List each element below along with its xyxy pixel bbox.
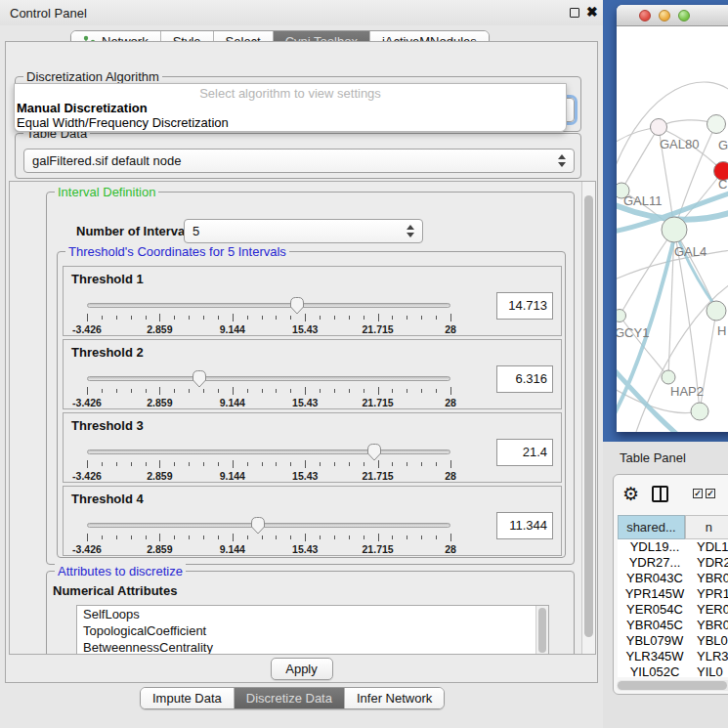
interval-definition-title: Interval Definition	[55, 185, 158, 199]
table-data-combobox[interactable]: galFiltered.sif default node	[23, 149, 575, 173]
table-row[interactable]: YLR345WYLR3	[618, 649, 728, 664]
algorithm-dropdown-popup: Select algorithm to view settings Manual…	[14, 83, 567, 132]
checkbox-icon[interactable]: ✓	[706, 489, 715, 498]
threshold-4-value[interactable]: 11.344	[496, 512, 553, 539]
slider-ticks	[87, 534, 450, 542]
tab-infer-network-label: Infer Network	[357, 691, 432, 706]
tab-infer-network[interactable]: Infer Network	[345, 688, 444, 708]
thresholds-group-title: Threshold's Coordinates for 5 Intervals	[65, 244, 289, 259]
network-node[interactable]	[617, 310, 626, 322]
table-row[interactable]: YDL19...YDL1	[618, 539, 728, 555]
attribute-item[interactable]: BetweennessCentrality	[77, 639, 548, 655]
column-header-name[interactable]: n	[685, 515, 728, 539]
minimize-traffic-light-icon[interactable]	[659, 10, 670, 21]
threshold-1-slider-track[interactable]	[87, 303, 450, 308]
tab-impute-data[interactable]: Impute Data	[141, 688, 235, 708]
table-cell[interactable]: YDR27...	[618, 555, 692, 571]
interval-definition-group: Interval Definition Number of Intervals …	[46, 192, 575, 565]
numerical-attributes-list[interactable]: SelfLoopsTopologicalCoefficientBetweenne…	[76, 605, 549, 655]
popup-option-manual-discretization[interactable]: Manual Discretization	[17, 101, 148, 115]
node-label: H	[717, 323, 726, 338]
table-row[interactable]: YIL052CYIL0	[618, 664, 728, 677]
node-label: GAL80	[660, 137, 699, 151]
table-cell[interactable]: YLR345W	[618, 649, 692, 664]
control-panel-titlebar: Control Panel ✖	[0, 0, 603, 25]
attributes-group: Attributes to discretize Numerical Attri…	[46, 571, 575, 655]
table-cell[interactable]: YIL052C	[618, 664, 692, 677]
slider-tick-labels: -3.4262.8599.14415.4321.71528	[87, 397, 450, 408]
column-header-shared-name[interactable]: shared...	[618, 515, 685, 539]
threshold-3-value[interactable]: 21.4	[496, 439, 553, 466]
close-icon[interactable]: ✖	[586, 4, 598, 20]
threshold-2-label: Threshold 2	[71, 345, 144, 360]
table-cell[interactable]: YER0	[692, 602, 728, 618]
table-cell[interactable]: YBL0	[692, 633, 728, 649]
number-of-intervals-combobox[interactable]: 5	[184, 219, 423, 243]
table-cell[interactable]: YBR0	[692, 571, 728, 586]
threshold-2-box: Threshold 2 -3.4262.8599.14415.4321.7152…	[63, 339, 562, 409]
gear-icon[interactable]: ⚙	[622, 483, 639, 505]
table-cell[interactable]: YDR2	[692, 555, 728, 571]
number-of-intervals-value: 5	[193, 224, 199, 238]
threshold-4-slider-handle[interactable]	[249, 516, 266, 535]
attribute-item[interactable]: TopologicalCoefficient	[77, 622, 548, 639]
number-of-intervals-label: Number of Intervals	[76, 224, 195, 238]
table-row[interactable]: YBR043CYBR0	[618, 571, 728, 586]
table-cell[interactable]: YLR3	[692, 649, 728, 664]
threshold-1-value[interactable]: 14.713	[496, 292, 553, 320]
table-cell[interactable]: YDL19...	[618, 539, 692, 555]
checkbox-icon[interactable]: ✓	[693, 489, 703, 498]
settings-scrollbar[interactable]	[581, 182, 595, 654]
table-cell[interactable]: YBR045C	[618, 618, 692, 633]
table-cell[interactable]: YPR145W	[618, 586, 692, 602]
slider-ticks	[87, 314, 450, 322]
threshold-1-slider-handle[interactable]	[288, 296, 305, 315]
table-horizontal-scrollbar[interactable]	[617, 680, 728, 691]
threshold-3-box: Threshold 3 -3.4262.8599.14415.4321.7152…	[63, 412, 562, 483]
close-traffic-light-icon[interactable]	[639, 10, 651, 21]
network-node[interactable]	[651, 119, 667, 136]
float-window-icon[interactable]	[570, 8, 579, 18]
tab-discretize-data[interactable]: Discretize Data	[235, 688, 345, 708]
network-node[interactable]	[691, 403, 708, 420]
table-row[interactable]: YPR145WYPR1	[618, 586, 728, 602]
network-canvas[interactable]: GAL80 GA C GAL11 GAL4 GCY1 H HAP2	[617, 26, 728, 432]
threshold-3-slider-handle[interactable]	[365, 443, 382, 461]
threshold-1-box: Threshold 1 -3.4262.8599.14415.4321.7152…	[63, 266, 562, 336]
threshold-2-slider-handle[interactable]	[192, 369, 208, 388]
table-cell[interactable]: YBR043C	[618, 571, 692, 586]
node-label: GAL4	[674, 244, 707, 259]
apply-button[interactable]: Apply	[271, 658, 333, 680]
table-cell[interactable]: YER054C	[618, 602, 692, 618]
combo-stepper-icon	[558, 153, 567, 168]
table-cell[interactable]: YBL079W	[618, 633, 692, 649]
list-scrollbar[interactable]	[535, 606, 548, 655]
table-row[interactable]: YDR27...YDR2	[618, 555, 728, 571]
network-node[interactable]	[707, 301, 726, 321]
table-cell[interactable]: YBR0	[692, 618, 728, 633]
table-data-group: Table Data galFiltered.sif default node	[15, 133, 581, 179]
attribute-item[interactable]: SelfLoops	[77, 606, 548, 622]
table-row[interactable]: YER054CYER0	[618, 602, 728, 618]
slider-tick-labels: -3.4262.8599.14415.4321.71528	[87, 470, 450, 482]
node-label: GA	[718, 138, 728, 152]
table-row[interactable]: YBR045CYBR0	[618, 618, 728, 633]
table-cell[interactable]: YIL0	[692, 664, 728, 677]
threshold-4-slider-track[interactable]	[87, 523, 450, 528]
popup-option-equal-width-frequency[interactable]: Equal Width/Frequency Discretization	[17, 115, 229, 130]
split-pane-icon[interactable]	[652, 486, 668, 502]
network-view-window: GAL80 GA C GAL11 GAL4 GCY1 H HAP2	[617, 5, 728, 432]
table-row[interactable]: YBL079WYBL0	[618, 633, 728, 649]
threshold-3-slider-track[interactable]	[87, 450, 450, 454]
node-table-header: shared... n	[618, 515, 728, 539]
zoom-traffic-light-icon[interactable]	[678, 10, 690, 21]
table-cell[interactable]: YPR1	[692, 586, 728, 602]
threshold-2-slider-track[interactable]	[87, 376, 450, 381]
network-node[interactable]	[662, 217, 687, 242]
threshold-2-value[interactable]: 6.316	[496, 365, 553, 393]
threshold-4-box: Threshold 4 -3.4262.8599.14415.4321.7152…	[63, 486, 562, 556]
node-table: shared... n YDL19...YDL1YDR27...YDR2YBR0…	[618, 515, 728, 677]
table-cell[interactable]: YDL1	[692, 539, 728, 555]
network-node[interactable]	[662, 370, 675, 384]
network-node[interactable]	[707, 115, 726, 134]
